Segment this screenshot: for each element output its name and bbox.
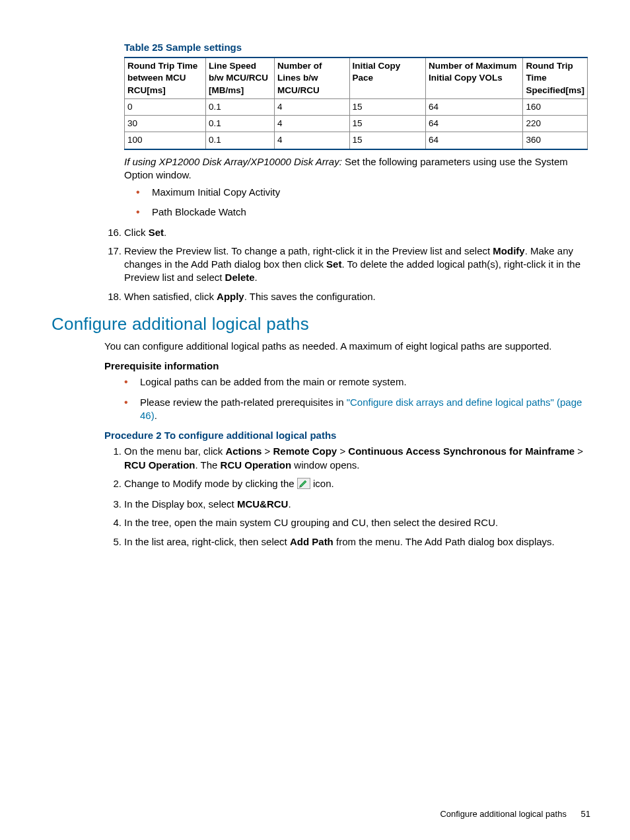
xp-note-lead: If using XP12000 Disk Array/XP10000 Disk… bbox=[124, 156, 342, 167]
th-linespeed: Line Speed b/w MCU/RCU [MB/ms] bbox=[206, 57, 275, 98]
list-item: Maximum Initial Copy Activity bbox=[136, 186, 590, 199]
step-5: 5. In the list area, right-click, then s… bbox=[104, 535, 590, 549]
xp-note: If using XP12000 Disk Array/XP10000 Disk… bbox=[124, 155, 590, 182]
page: Table 25 Sample settings Round Trip Time… bbox=[0, 0, 630, 840]
xp-bullet-list: Maximum Initial Copy Activity Path Block… bbox=[136, 186, 590, 219]
procedure-title: Procedure 2 To configure additional logi… bbox=[104, 429, 590, 442]
list-item: Logical paths can be added from the main… bbox=[124, 375, 590, 389]
sample-settings-table: Round Trip Time between MCU RCU[ms] Line… bbox=[124, 57, 588, 149]
footer-text: Configure additional logical paths bbox=[440, 809, 567, 819]
table-row: 30 0.1 4 15 64 220 bbox=[125, 116, 588, 132]
table-row: 0 0.1 4 15 64 160 bbox=[125, 98, 588, 115]
table-row: 100 0.1 4 15 64 360 bbox=[125, 132, 588, 149]
th-rtt: Round Trip Time between MCU RCU[ms] bbox=[125, 57, 206, 98]
step-17: 17. Review the Preview list. To change a… bbox=[104, 245, 590, 285]
section-heading: Configure additional logical paths bbox=[52, 313, 590, 336]
step-1: 1. On the menu bar, click Actions > Remo… bbox=[104, 445, 590, 472]
steps-continued: 16. Click Set. 17. Review the Preview li… bbox=[104, 226, 590, 303]
page-number: 51 bbox=[581, 809, 590, 819]
step-18: 18. When satisfied, click Apply. This sa… bbox=[104, 290, 590, 303]
step-16: 16. Click Set. bbox=[104, 226, 590, 239]
procedure-steps: 1. On the menu bar, click Actions > Remo… bbox=[104, 445, 590, 549]
table-caption: Table 25 Sample settings bbox=[124, 41, 590, 54]
step-2: 2. Change to Modify mode by clicking the… bbox=[104, 477, 590, 492]
table-header-row: Round Trip Time between MCU RCU[ms] Line… bbox=[125, 57, 588, 98]
th-initcopypace: Initial Copy Pace bbox=[349, 57, 426, 98]
th-maxvols: Number of Maximum Initial Copy VOLs bbox=[426, 57, 523, 98]
page-footer: Configure additional logical paths 51 bbox=[440, 808, 590, 820]
th-numlines: Number of Lines b/w MCU/RCU bbox=[274, 57, 349, 98]
modify-mode-icon bbox=[297, 478, 310, 492]
list-item: Path Blockade Watch bbox=[136, 206, 590, 219]
list-item: Please review the path-related prerequis… bbox=[124, 396, 590, 423]
prereq-list: Logical paths can be added from the main… bbox=[124, 375, 590, 422]
section-intro: You can configure additional logical pat… bbox=[104, 340, 590, 353]
prereq-heading: Prerequisite information bbox=[104, 360, 590, 373]
step-4: 4. In the tree, open the main system CU … bbox=[104, 516, 590, 529]
th-rttspec: Round Trip Time Specified[ms] bbox=[523, 57, 588, 98]
step-3: 3. In the Display box, select MCU&RCU. bbox=[104, 498, 590, 511]
